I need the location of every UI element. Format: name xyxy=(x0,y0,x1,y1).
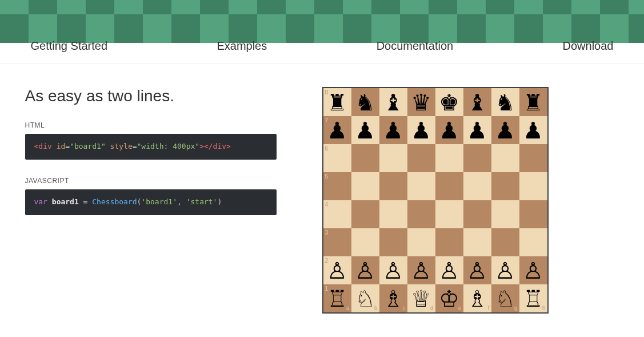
board-square-e3[interactable] xyxy=(435,228,463,256)
piece-wB[interactable]: ♗ xyxy=(383,287,403,310)
board-square-f7[interactable]: ♟ xyxy=(463,116,491,144)
board-square-g5[interactable] xyxy=(491,172,519,200)
board-square-h4[interactable] xyxy=(519,200,547,228)
board-square-e2[interactable]: ♙ xyxy=(435,256,463,284)
piece-wP[interactable]: ♙ xyxy=(439,259,459,282)
nav-examples[interactable]: Examples xyxy=(211,39,273,53)
piece-bP[interactable]: ♟ xyxy=(327,119,347,142)
piece-bB[interactable]: ♝ xyxy=(383,91,403,114)
board-square-b8[interactable]: ♞ xyxy=(351,88,379,116)
board-square-f4[interactable] xyxy=(463,200,491,228)
board-square-h3[interactable] xyxy=(519,228,547,256)
board-square-a8[interactable]: 8♜ xyxy=(323,88,351,116)
board-square-f3[interactable] xyxy=(463,228,491,256)
board-square-d3[interactable] xyxy=(407,228,435,256)
nav-documentation[interactable]: Documentation xyxy=(371,39,459,53)
board-square-h7[interactable]: ♟ xyxy=(519,116,547,144)
piece-bB[interactable]: ♝ xyxy=(467,91,487,114)
board-square-f1[interactable]: f♗ xyxy=(463,284,491,312)
board-square-b7[interactable]: ♟ xyxy=(351,116,379,144)
board-square-g8[interactable]: ♞ xyxy=(491,88,519,116)
board-square-g2[interactable]: ♙ xyxy=(491,256,519,284)
board-square-e1[interactable]: e♔ xyxy=(435,284,463,312)
board-square-g1[interactable]: g♘ xyxy=(491,284,519,312)
chessboard[interactable]: 8♜♞♝♛♚♝♞♜7♟♟♟♟♟♟♟♟65432♙♙♙♙♙♙♙♙1a♖b♘c♗d♕… xyxy=(322,87,549,314)
piece-bP[interactable]: ♟ xyxy=(383,119,403,142)
piece-bP[interactable]: ♟ xyxy=(439,119,459,142)
board-square-c5[interactable] xyxy=(379,172,407,200)
piece-wP[interactable]: ♙ xyxy=(467,259,487,282)
board-square-e8[interactable]: ♚ xyxy=(435,88,463,116)
board-square-c1[interactable]: c♗ xyxy=(379,284,407,312)
piece-bP[interactable]: ♟ xyxy=(467,119,487,142)
board-square-b5[interactable] xyxy=(351,172,379,200)
board-square-d8[interactable]: ♛ xyxy=(407,88,435,116)
board-square-c2[interactable]: ♙ xyxy=(379,256,407,284)
board-square-b3[interactable] xyxy=(351,228,379,256)
nav-getting-started[interactable]: Getting Started xyxy=(25,39,114,53)
board-square-a6[interactable]: 6 xyxy=(323,144,351,172)
piece-bQ[interactable]: ♛ xyxy=(411,91,431,114)
board-square-g3[interactable] xyxy=(491,228,519,256)
board-square-a1[interactable]: 1a♖ xyxy=(323,284,351,312)
piece-bK[interactable]: ♚ xyxy=(439,91,459,114)
piece-wQ[interactable]: ♕ xyxy=(411,287,431,310)
board-square-c6[interactable] xyxy=(379,144,407,172)
board-square-d4[interactable] xyxy=(407,200,435,228)
board-square-c3[interactable] xyxy=(379,228,407,256)
board-square-d5[interactable] xyxy=(407,172,435,200)
board-square-h2[interactable]: ♙ xyxy=(519,256,547,284)
board-square-a5[interactable]: 5 xyxy=(323,172,351,200)
board-square-f8[interactable]: ♝ xyxy=(463,88,491,116)
piece-bR[interactable]: ♜ xyxy=(523,91,543,114)
piece-bN[interactable]: ♞ xyxy=(495,91,515,114)
piece-wK[interactable]: ♔ xyxy=(439,287,459,310)
board-square-d1[interactable]: d♕ xyxy=(407,284,435,312)
board-square-e4[interactable] xyxy=(435,200,463,228)
piece-wR[interactable]: ♖ xyxy=(327,287,347,310)
board-square-h5[interactable] xyxy=(519,172,547,200)
board-square-g7[interactable]: ♟ xyxy=(491,116,519,144)
board-square-d6[interactable] xyxy=(407,144,435,172)
nav-download[interactable]: Download xyxy=(557,39,619,53)
board-square-g6[interactable] xyxy=(491,144,519,172)
board-square-e5[interactable] xyxy=(435,172,463,200)
board-square-d2[interactable]: ♙ xyxy=(407,256,435,284)
board-square-h1[interactable]: h♖ xyxy=(519,284,547,312)
board-square-d7[interactable]: ♟ xyxy=(407,116,435,144)
board-square-h6[interactable] xyxy=(519,144,547,172)
piece-bP[interactable]: ♟ xyxy=(355,119,375,142)
piece-bR[interactable]: ♜ xyxy=(327,91,347,114)
board-square-c4[interactable] xyxy=(379,200,407,228)
board-square-f5[interactable] xyxy=(463,172,491,200)
board-square-f2[interactable]: ♙ xyxy=(463,256,491,284)
piece-bP[interactable]: ♟ xyxy=(411,119,431,142)
board-square-e7[interactable]: ♟ xyxy=(435,116,463,144)
piece-bP[interactable]: ♟ xyxy=(523,119,543,142)
piece-wP[interactable]: ♙ xyxy=(383,259,403,282)
piece-wP[interactable]: ♙ xyxy=(327,259,347,282)
board-square-a4[interactable]: 4 xyxy=(323,200,351,228)
piece-bN[interactable]: ♞ xyxy=(355,91,375,114)
board-square-a7[interactable]: 7♟ xyxy=(323,116,351,144)
board-square-c8[interactable]: ♝ xyxy=(379,88,407,116)
piece-wN[interactable]: ♘ xyxy=(495,287,515,310)
board-square-h8[interactable]: ♜ xyxy=(519,88,547,116)
piece-wP[interactable]: ♙ xyxy=(495,259,515,282)
piece-wR[interactable]: ♖ xyxy=(523,287,543,310)
board-square-c7[interactable]: ♟ xyxy=(379,116,407,144)
board-square-b1[interactable]: b♘ xyxy=(351,284,379,312)
board-square-b4[interactable] xyxy=(351,200,379,228)
board-square-b2[interactable]: ♙ xyxy=(351,256,379,284)
piece-wP[interactable]: ♙ xyxy=(355,259,375,282)
piece-wP[interactable]: ♙ xyxy=(411,259,431,282)
board-square-a2[interactable]: 2♙ xyxy=(323,256,351,284)
board-square-a3[interactable]: 3 xyxy=(323,228,351,256)
board-square-g4[interactable] xyxy=(491,200,519,228)
piece-wN[interactable]: ♘ xyxy=(355,287,375,310)
board-square-b6[interactable] xyxy=(351,144,379,172)
board-square-f6[interactable] xyxy=(463,144,491,172)
piece-bP[interactable]: ♟ xyxy=(495,119,515,142)
piece-wP[interactable]: ♙ xyxy=(523,259,543,282)
board-square-e6[interactable] xyxy=(435,144,463,172)
